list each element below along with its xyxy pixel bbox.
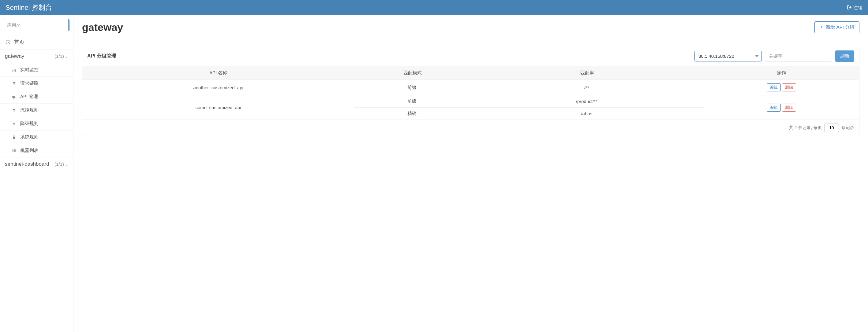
- sidebar-app-sentinel-dashboard[interactable]: sentinel-dashboard (1/1)⌄: [0, 158, 73, 171]
- tags-icon: [11, 95, 17, 99]
- sidebar-item-label: API 管理: [20, 94, 38, 100]
- cell-mode: 前缀: [354, 95, 469, 108]
- cell-match: /**: [469, 81, 704, 94]
- svg-rect-9: [12, 151, 13, 151]
- edit-button[interactable]: 编辑: [767, 84, 781, 91]
- sidebar-item[interactable]: 实时监控: [0, 63, 73, 77]
- cell-actions: 编辑删除: [704, 80, 859, 95]
- cell-mode: 精确: [354, 108, 469, 120]
- sidebar-item-label: 降级规则: [20, 121, 38, 127]
- panel-footer: 共 2 条记录, 每页 条记录: [82, 120, 859, 136]
- cell-match: /ahas: [469, 108, 704, 120]
- api-group-panel: API 分组管理 30.5.40.168:8720 刷新 API 名称 匹配模式…: [82, 46, 860, 136]
- sidebar: 搜索 首页 gateway (1/1)⌄ 实时监控请求链路API 管理流控规则降…: [0, 15, 73, 332]
- sidebar-item-label: 实时监控: [20, 67, 38, 73]
- clock-icon: [5, 40, 11, 45]
- svg-rect-7: [12, 149, 13, 150]
- filter-icon: [11, 81, 17, 86]
- sidebar-app-name: sentinel-dashboard: [5, 161, 49, 167]
- svg-rect-2: [12, 70, 13, 71]
- logout-icon: [847, 5, 852, 11]
- lock-icon: [11, 135, 17, 139]
- machine-select-value: 30.5.40.168:8720: [699, 54, 734, 59]
- cell-api-name: some_customized_api: [82, 95, 354, 120]
- panel-title: API 分组管理: [87, 53, 116, 59]
- delete-button[interactable]: 删除: [782, 104, 796, 111]
- sidebar-item-label: 请求链路: [20, 80, 38, 86]
- sidebar-app-name: gateway: [5, 53, 24, 59]
- sidebar-item[interactable]: 请求链路: [0, 77, 73, 90]
- table-row: another_customized_api前缀/**编辑删除: [82, 80, 859, 95]
- add-api-group-button[interactable]: 新增 API 分组: [814, 22, 860, 33]
- topbar: Sentinel 控制台 注销: [0, 0, 868, 15]
- logout-button[interactable]: 注销: [847, 5, 863, 11]
- sidebar-item-home[interactable]: 首页: [0, 35, 73, 49]
- filter-icon: [11, 108, 17, 112]
- refresh-button[interactable]: 刷新: [835, 51, 854, 62]
- col-actions: 操作: [704, 66, 859, 80]
- app-search-button[interactable]: 搜索: [68, 19, 69, 31]
- page-size-input[interactable]: [824, 124, 839, 132]
- sidebar-item[interactable]: API 管理: [0, 90, 73, 104]
- col-match-mode: 匹配模式: [354, 66, 471, 80]
- col-api-name: API 名称: [82, 66, 354, 80]
- logout-label: 注销: [853, 5, 863, 11]
- cell-actions: 编辑删除: [704, 95, 859, 120]
- cell-mode: 前缀: [354, 81, 469, 94]
- sidebar-item-label: 流控规则: [20, 107, 38, 113]
- keyword-input[interactable]: [765, 51, 832, 61]
- col-match-string: 匹配串: [471, 66, 704, 80]
- app-search-input[interactable]: [4, 19, 68, 31]
- list-icon: [11, 148, 17, 153]
- main-content: gateway 新增 API 分组 API 分组管理 30.5.40.168:8…: [73, 15, 868, 332]
- footer-suffix: 条记录: [841, 125, 854, 131]
- add-button-label: 新增 API 分组: [826, 25, 854, 30]
- svg-rect-8: [13, 149, 16, 150]
- sidebar-item[interactable]: 机器列表: [0, 144, 73, 158]
- chevron-down-icon: ⌄: [65, 55, 68, 59]
- chart-icon: [11, 68, 17, 72]
- footer-prefix: 共 2 条记录, 每页: [789, 125, 822, 131]
- chevron-down-icon: [755, 55, 758, 57]
- sidebar-item[interactable]: 降级规则: [0, 117, 73, 131]
- svg-rect-3: [14, 69, 14, 71]
- sidebar-item-label: 机器列表: [20, 148, 38, 154]
- svg-rect-12: [13, 151, 16, 152]
- sidebar-item-label: 首页: [14, 38, 25, 45]
- sidebar-app-count: (1/1): [55, 54, 64, 59]
- cell-api-name: another_customized_api: [82, 80, 354, 95]
- svg-rect-6: [13, 137, 15, 139]
- sidebar-app-gateway[interactable]: gateway (1/1)⌄: [0, 49, 73, 63]
- machine-select[interactable]: 30.5.40.168:8720: [694, 51, 762, 61]
- sidebar-app-count: (1/1): [55, 161, 64, 167]
- edit-button[interactable]: 编辑: [767, 104, 781, 111]
- app-title: Sentinel 控制台: [5, 3, 52, 12]
- app-search-group: 搜索: [4, 19, 69, 31]
- cell-match: /product/**: [469, 95, 704, 108]
- page-title: gateway: [82, 22, 123, 33]
- svg-rect-11: [12, 151, 13, 152]
- plus-icon: [819, 25, 824, 30]
- sidebar-item-label: 系统规则: [20, 134, 38, 140]
- delete-button[interactable]: 删除: [782, 84, 796, 91]
- sidebar-item[interactable]: 流控规则: [0, 104, 73, 117]
- svg-point-5: [13, 96, 13, 97]
- chevron-down-icon: ⌄: [65, 162, 68, 167]
- bolt-icon: [11, 122, 17, 126]
- svg-rect-10: [13, 151, 16, 151]
- sidebar-item[interactable]: 系统规则: [0, 131, 73, 144]
- table-row: some_customized_api前缀/product/**精确/ahas编…: [82, 95, 859, 120]
- api-group-table: API 名称 匹配模式 匹配串 操作 another_customized_ap…: [82, 66, 859, 120]
- svg-rect-4: [15, 69, 16, 71]
